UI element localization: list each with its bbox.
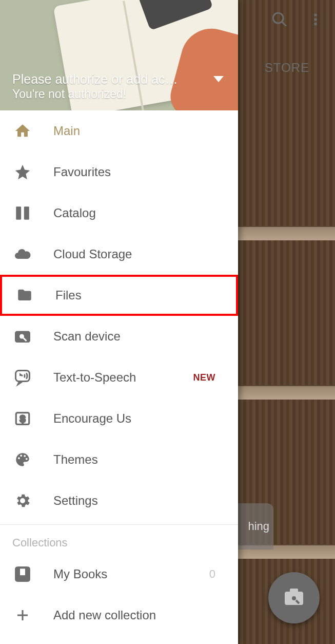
nav-item-label: Text-to-Speech xyxy=(53,370,173,385)
drawer-header[interactable]: Please authorize or add acco… You're not… xyxy=(0,0,238,110)
svg-line-1 xyxy=(282,22,286,26)
inbox-icon xyxy=(12,564,33,584)
speech-icon xyxy=(12,367,33,388)
folder-icon xyxy=(14,285,35,306)
gear-icon xyxy=(12,490,33,511)
nav-item-label: Scan device xyxy=(53,329,226,344)
svg-point-3 xyxy=(314,18,317,21)
nav-item-label: Catalog xyxy=(53,206,226,220)
drawer-menu: Main Favourites Catalog Cloud Storage Fi xyxy=(0,110,238,644)
star-icon xyxy=(12,162,33,182)
svg-point-18 xyxy=(20,454,22,457)
nav-item-scan[interactable]: Scan device xyxy=(0,316,238,357)
nav-item-label: Themes xyxy=(53,452,226,467)
svg-text:$: $ xyxy=(20,413,25,424)
nav-item-cloud[interactable]: Cloud Storage xyxy=(0,234,238,275)
bookshelf xyxy=(236,385,335,400)
svg-rect-6 xyxy=(290,589,298,593)
add-collection-label: Add new collection xyxy=(53,608,226,622)
tab-store[interactable]: STORE xyxy=(265,61,309,75)
tooltip-text: hing xyxy=(248,520,269,533)
catalog-icon xyxy=(12,203,33,223)
section-title-collections: Collections xyxy=(0,528,238,554)
nav-item-label: Settings xyxy=(53,494,226,508)
camera-search-icon xyxy=(12,326,33,347)
app-bar-actions xyxy=(269,9,326,30)
dollar-icon: $ xyxy=(12,408,33,429)
svg-rect-9 xyxy=(16,206,21,220)
new-badge: NEW xyxy=(193,372,216,383)
svg-point-4 xyxy=(314,23,317,26)
chevron-down-icon[interactable] xyxy=(213,76,224,82)
header-illustration xyxy=(0,0,13,35)
nav-item-favourites[interactable]: Favourites xyxy=(0,151,238,193)
collection-count: 0 xyxy=(209,567,215,581)
header-illustration xyxy=(0,0,3,39)
nav-item-catalog[interactable]: Catalog xyxy=(0,193,238,234)
collection-label: My Books xyxy=(53,567,189,581)
plus-icon xyxy=(12,605,33,626)
nav-item-settings[interactable]: Settings xyxy=(0,480,238,521)
svg-rect-22 xyxy=(19,567,26,576)
nav-item-tts[interactable]: Text-to-Speech NEW xyxy=(0,357,238,398)
nav-item-label: Cloud Storage xyxy=(53,247,226,261)
svg-point-17 xyxy=(18,457,20,459)
account-title: Please authorize or add acco… xyxy=(12,71,182,87)
cloud-icon xyxy=(12,244,33,264)
nav-item-label: Main xyxy=(53,124,226,138)
collection-item-my-books[interactable]: My Books 0 xyxy=(0,554,238,595)
search-icon[interactable] xyxy=(269,9,290,30)
svg-point-0 xyxy=(273,13,283,23)
navigation-drawer: Please authorize or add acco… You're not… xyxy=(0,0,238,644)
account-subtitle: You're not authorized! xyxy=(12,87,226,101)
divider xyxy=(0,524,238,525)
svg-point-20 xyxy=(26,458,28,460)
nav-item-label: Files xyxy=(55,288,224,302)
scan-fab[interactable] xyxy=(268,572,320,623)
header-illustration xyxy=(0,0,24,31)
nav-item-label: Favourites xyxy=(53,165,226,179)
palette-icon xyxy=(12,449,33,470)
nav-item-themes[interactable]: Themes xyxy=(0,439,238,480)
svg-point-2 xyxy=(314,14,317,17)
home-icon xyxy=(12,121,33,141)
svg-point-19 xyxy=(24,455,26,457)
nav-item-label: Encourage Us xyxy=(53,411,226,426)
nav-item-main[interactable]: Main xyxy=(0,110,238,151)
nav-item-encourage[interactable]: $ Encourage Us xyxy=(0,398,238,439)
add-collection-button[interactable]: Add new collection xyxy=(0,595,238,636)
bookshelf xyxy=(236,226,335,240)
more-vert-icon[interactable] xyxy=(305,9,326,30)
nav-item-files[interactable]: Files xyxy=(0,275,238,316)
svg-rect-10 xyxy=(24,206,29,220)
